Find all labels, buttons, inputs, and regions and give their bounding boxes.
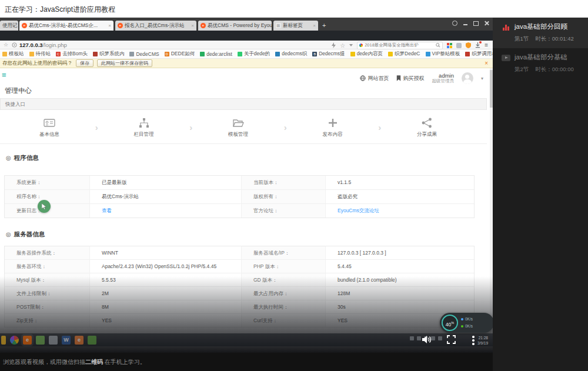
site-home-link[interactable]: 网站首页 — [360, 75, 389, 82]
speaker-icon — [422, 335, 432, 344]
site-icon: B — [312, 52, 317, 56]
step-column-manage[interactable]: 栏目管理 — [123, 117, 165, 138]
apps-grid-icon[interactable] — [447, 43, 452, 48]
avatar[interactable] — [462, 72, 473, 84]
quick-launch-icon[interactable] — [332, 42, 336, 48]
newtab-favicon: ⊞ — [276, 23, 281, 28]
row-value: 128M — [326, 287, 474, 300]
downloads-icon[interactable] — [475, 42, 480, 48]
official-forum-link[interactable]: EyouCms交流论坛 — [326, 204, 474, 218]
bookmark-item[interactable]: DDEDE如何 — [165, 51, 195, 58]
tab-eyoucms[interactable]: e 易优CMS - Powered by Eyou... × — [198, 21, 272, 31]
bookmark-item[interactable]: 关于dede的 — [238, 51, 270, 58]
step-basic-info[interactable]: 基本信息 — [28, 117, 71, 138]
more-options-button[interactable] — [472, 336, 475, 346]
tab-history[interactable]: 使用记 × — [0, 21, 18, 31]
taskbar-app-icon — [36, 336, 45, 345]
bookmark-item[interactable]: 模板站 — [2, 51, 24, 58]
taskbar-clock: 21:28 3/9/19 — [477, 335, 488, 346]
taskbar-app-icon — [88, 336, 96, 345]
globe-icon — [360, 75, 366, 81]
buy-license-link[interactable]: 购买授权 — [396, 75, 424, 82]
fullscreen-button[interactable] — [447, 335, 456, 344]
bookmark-item[interactable]: C去掉Bom头 — [56, 51, 88, 58]
tab-label: 报名入口_易优Cms-演示站 — [125, 22, 185, 29]
security-shield-icon[interactable] — [466, 42, 471, 48]
bookmark-item[interactable]: DedeCMS — [129, 51, 159, 57]
quick-entry-bar: 快捷入口 — [0, 98, 487, 110]
favorite-star-icon[interactable]: ☆ — [340, 42, 345, 49]
tab-new-page[interactable]: ⊞ 新标签页 × — [273, 21, 318, 31]
plus-icon — [327, 117, 339, 129]
bookmark-item[interactable]: BDedecms提 — [312, 51, 345, 58]
taskbar-app-icon: e — [75, 336, 83, 345]
step-publish-content[interactable]: 发布内容 — [312, 117, 354, 138]
user-menu-caret-icon[interactable]: ▾ — [481, 76, 483, 81]
row-label: 官方论坛： — [242, 204, 326, 218]
chapter-item-current[interactable]: java基础部分回顾 第1节时长：00:01:42 — [493, 18, 588, 48]
row-label: Mysql 版本： — [5, 273, 90, 286]
tab-eyoucms-demo[interactable]: e 易优Cms-演示站-易优CMS企... × — [19, 21, 113, 31]
caption-text: 浏览器观看视频，或用微信扫描 — [3, 359, 85, 365]
bookmark-item[interactable]: dedecms织 — [275, 51, 307, 58]
search-box[interactable]: 2018最全网络安全指南出炉 — [357, 42, 443, 49]
row-value: YES — [90, 314, 242, 327]
tab-close-icon[interactable]: × — [313, 23, 316, 28]
row-value: 2M — [90, 287, 242, 300]
new-tab-button[interactable]: + — [322, 22, 326, 29]
eyoucms-favicon: e — [22, 23, 27, 28]
cursor-icon — [42, 203, 47, 210]
site-icon — [388, 52, 393, 56]
notification-close-icon[interactable]: × — [485, 60, 490, 66]
id-card-icon — [44, 117, 55, 129]
bookmark-item[interactable]: 织梦系统内 — [93, 51, 125, 58]
table-row: POST限制： 8M 最大执行时间： 30s — [5, 300, 474, 313]
extension-icon[interactable] — [456, 43, 462, 48]
never-save-password-button[interactable]: 此网站一律不保存密码 — [97, 59, 152, 67]
bookmark-item[interactable]: dede:arclist — [200, 51, 232, 57]
table-row: 文件上传限制： 2M 最大占用内存： 128M — [5, 286, 474, 300]
browser-menu-icon[interactable]: ≡ — [485, 42, 488, 48]
step-share-results[interactable]: 分享成果 — [406, 117, 448, 138]
row-label: 当前版本： — [242, 176, 326, 189]
site-icon — [238, 52, 242, 56]
bookmark-item[interactable]: 织梦调用相 — [465, 51, 493, 58]
save-password-button[interactable]: 保存 — [76, 59, 93, 67]
row-label: POST限制： — [5, 300, 90, 313]
site-info-icon[interactable] — [12, 42, 17, 48]
search-icon[interactable] — [436, 43, 440, 48]
bookmark-item[interactable]: VIP整站模板 — [426, 51, 460, 58]
bookmark-item[interactable]: 织梦DedeC — [388, 51, 420, 58]
site-icon — [350, 52, 355, 56]
page-title: 管理中心 — [5, 86, 32, 95]
chapter-item[interactable]: java基础部分基础 第2节时长：00:00:00 — [493, 48, 588, 79]
bookmark-star-icon[interactable]: ☆ — [4, 42, 8, 48]
tab-close-icon[interactable]: × — [108, 23, 111, 28]
video-player[interactable]: 使用记 × e 易优Cms-演示站-易优CMS企... × e 报名入口_易优C… — [0, 18, 493, 353]
row-label: 版权所有： — [242, 190, 326, 203]
tab-label: 新标签页 — [283, 22, 303, 29]
search-engine-icon — [359, 44, 363, 47]
setup-steps: 基本信息 › 栏目管理 › 模板管理 › 发布内容 › 分享成果 — [0, 111, 487, 144]
bookmark-item[interactable]: dede内容页 — [350, 51, 383, 58]
row-label: 服务器环境： — [5, 260, 90, 273]
caption-bar: 浏览器观看视频，或用微信扫描二维码 在手机上学习。 — [0, 353, 493, 371]
site-icon — [275, 52, 280, 56]
bookmark-item[interactable]: 待传站 — [29, 51, 51, 58]
chapter-episode: 第2节 — [514, 66, 529, 72]
eyoucms-favicon: e — [118, 23, 123, 28]
step-template-manage[interactable]: 模板管理 — [217, 117, 259, 138]
sidebar-toggle-icon[interactable]: ≡ — [2, 71, 6, 79]
tab-close-icon[interactable]: × — [191, 23, 194, 28]
sitemap-icon — [138, 117, 150, 129]
qr-code-link[interactable]: 二维码 — [85, 359, 103, 365]
table-row: 服务器环境： Apache/2.4.23 (Win32) OpenSSL/1.0… — [5, 259, 474, 273]
tab-signup[interactable]: e 报名入口_易优Cms-演示站 × — [115, 21, 196, 31]
view-changelog-link[interactable]: 查看 — [90, 204, 242, 218]
dropdown-caret-icon[interactable] — [349, 44, 353, 46]
volume-button[interactable] — [422, 335, 432, 344]
url-text[interactable]: 127.0.0.3/login.php — [19, 42, 67, 48]
row-label: 最大占用内存： — [242, 287, 326, 300]
upload-speed: 0K/s — [461, 316, 473, 323]
download-badge — [479, 41, 482, 44]
